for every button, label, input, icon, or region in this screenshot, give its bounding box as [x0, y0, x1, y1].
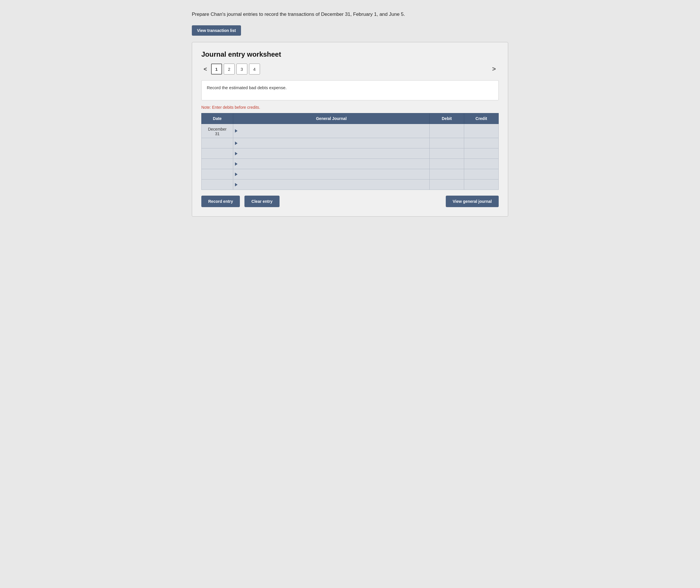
- table-row: [202, 138, 499, 148]
- table-row: [202, 148, 499, 159]
- credit-cell[interactable]: [464, 138, 499, 148]
- credit-input[interactable]: [464, 124, 498, 138]
- credit-input[interactable]: [464, 148, 498, 159]
- debit-cell[interactable]: [430, 169, 464, 180]
- journal-input[interactable]: [239, 127, 428, 134]
- credit-cell[interactable]: [464, 169, 499, 180]
- debit-input[interactable]: [430, 124, 464, 138]
- table-row: December31: [202, 124, 499, 138]
- table-row: [202, 180, 499, 190]
- debit-input[interactable]: [430, 169, 464, 179]
- credit-input[interactable]: [464, 138, 498, 148]
- date-value: December31: [204, 126, 231, 136]
- clear-entry-button[interactable]: Clear entry: [244, 196, 279, 207]
- debit-cell[interactable]: [430, 138, 464, 148]
- debit-input[interactable]: [430, 180, 464, 190]
- journal-cell[interactable]: [233, 159, 430, 169]
- entry-note: Note: Enter debits before credits.: [201, 105, 499, 110]
- journal-cell[interactable]: [233, 169, 430, 180]
- tab-next-button[interactable]: >: [489, 64, 499, 74]
- journal-cell[interactable]: [233, 180, 430, 190]
- date-cell: [202, 148, 233, 159]
- date-cell: [202, 138, 233, 148]
- worksheet-container: Journal entry worksheet < 1 2 3 4 > Reco…: [192, 42, 508, 217]
- debit-input[interactable]: [430, 159, 464, 169]
- date-cell: December31: [202, 124, 233, 138]
- credit-cell[interactable]: [464, 124, 499, 138]
- table-row: [202, 169, 499, 180]
- header-debit: Debit: [430, 113, 464, 124]
- tab-1[interactable]: 1: [211, 64, 222, 75]
- journal-input[interactable]: [239, 161, 428, 167]
- date-cell: [202, 169, 233, 180]
- credit-cell[interactable]: [464, 148, 499, 159]
- debit-cell[interactable]: [430, 148, 464, 159]
- credit-input[interactable]: [464, 159, 498, 169]
- credit-cell[interactable]: [464, 159, 499, 169]
- journal-input[interactable]: [239, 181, 428, 188]
- journal-cell[interactable]: [233, 148, 430, 159]
- tab-row: < 1 2 3 4 >: [201, 64, 499, 75]
- credit-input[interactable]: [464, 169, 498, 179]
- main-instruction: Prepare Chan's journal entries to record…: [192, 12, 508, 17]
- row-indicator-icon: [235, 142, 238, 145]
- journal-input[interactable]: [239, 171, 428, 178]
- tab-2[interactable]: 2: [224, 64, 235, 75]
- header-credit: Credit: [464, 113, 499, 124]
- header-date: Date: [202, 113, 233, 124]
- button-row: Record entry Clear entry View general jo…: [201, 196, 499, 207]
- row-indicator-icon: [235, 162, 238, 166]
- row-indicator-icon: [235, 183, 238, 186]
- journal-cell[interactable]: [233, 124, 430, 138]
- row-indicator-icon: [235, 173, 238, 176]
- tab-prev-button[interactable]: <: [201, 65, 209, 74]
- tab-4[interactable]: 4: [249, 64, 260, 75]
- journal-input[interactable]: [239, 150, 428, 157]
- journal-input[interactable]: [239, 140, 428, 147]
- debit-cell[interactable]: [430, 124, 464, 138]
- journal-cell[interactable]: [233, 138, 430, 148]
- debit-cell[interactable]: [430, 180, 464, 190]
- header-general-journal: General Journal: [233, 113, 430, 124]
- journal-table: Date General Journal Debit Credit Decemb…: [201, 113, 499, 190]
- debit-input[interactable]: [430, 138, 464, 148]
- table-row: [202, 159, 499, 169]
- view-general-journal-button[interactable]: View general journal: [446, 196, 499, 207]
- credit-input[interactable]: [464, 180, 498, 190]
- credit-cell[interactable]: [464, 180, 499, 190]
- tab-3[interactable]: 3: [236, 64, 247, 75]
- worksheet-title: Journal entry worksheet: [201, 50, 499, 58]
- row-indicator-icon: [235, 129, 238, 133]
- row-indicator-icon: [235, 152, 238, 155]
- debit-cell[interactable]: [430, 159, 464, 169]
- record-entry-button[interactable]: Record entry: [201, 196, 240, 207]
- debit-input[interactable]: [430, 148, 464, 159]
- date-cell: [202, 159, 233, 169]
- date-cell: [202, 180, 233, 190]
- entry-instruction-box: Record the estimated bad debts expense.: [201, 80, 499, 100]
- page-container: Prepare Chan's journal entries to record…: [192, 12, 508, 217]
- view-transaction-button[interactable]: View transaction list: [192, 25, 241, 36]
